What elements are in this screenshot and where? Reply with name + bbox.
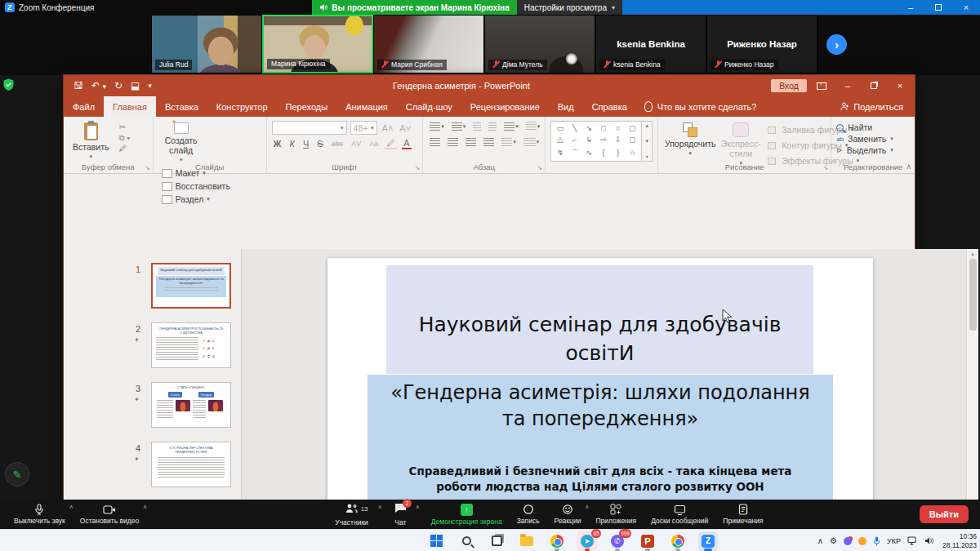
participant-tile-dima[interactable]: Діма Мутель	[484, 15, 595, 73]
participant-tile-ksenia[interactable]: ksenia Benkina ksenia Benkina	[595, 15, 706, 73]
dialog-launcher-icon[interactable]: ↘	[823, 164, 829, 171]
reactions-button[interactable]: Реакции ∧	[547, 500, 589, 529]
viber-tray-icon[interactable]	[844, 537, 852, 545]
apps-button[interactable]: Приложения	[588, 500, 644, 529]
bullets-button[interactable]: ▾	[428, 122, 446, 131]
notes-button[interactable]: Примечания	[715, 500, 770, 529]
ribbon-display-options-button[interactable]	[810, 78, 833, 94]
arrange-button[interactable]: Упорядочить ▾	[663, 121, 717, 168]
powerpoint-taskbar-button[interactable]: P	[638, 531, 657, 551]
tab-home[interactable]: Главная	[104, 96, 156, 117]
network-icon[interactable]	[907, 536, 918, 545]
tab-insert[interactable]: Вставка	[156, 96, 207, 117]
taskbar-search-button[interactable]	[457, 531, 476, 551]
zoom-taskbar-button[interactable]: Z	[698, 531, 718, 551]
section-button[interactable]: Раздел▾	[162, 194, 230, 204]
text-direction-button[interactable]: ▾	[524, 121, 542, 132]
taskbar-clock[interactable]: 10:36 28.11.2023	[941, 532, 977, 549]
file-explorer-button[interactable]	[517, 531, 537, 551]
tab-help[interactable]: Справка	[583, 96, 636, 117]
slide-thumbnail-3[interactable]: СТАТЬ «ГЕНДЕР» Стать Гендер	[151, 382, 231, 428]
ppt-restore-button[interactable]	[862, 78, 885, 94]
microphone-in-use-icon[interactable]	[873, 536, 880, 546]
participant-tile-julia[interactable]: Julia Rud	[151, 15, 262, 73]
speaker-tray-icon[interactable]	[924, 536, 934, 545]
shapes-gallery[interactable]: ▭╲↘□○▢ △⌐↳⇨⇩◻ ↯⌒∿{}☆	[550, 121, 642, 162]
columns-button[interactable]: ▾	[500, 137, 518, 147]
dialog-launcher-icon[interactable]: ↘	[145, 164, 150, 171]
leave-meeting-button[interactable]: Выйти	[920, 505, 969, 523]
antivirus-tray-icon[interactable]	[858, 537, 866, 545]
format-painter-icon[interactable]: 🖉	[118, 144, 130, 153]
align-right-button[interactable]	[464, 137, 478, 147]
participant-tile-ryzhenko[interactable]: Риженко Назар Риженко Назар	[706, 15, 817, 73]
annotate-pencil-button[interactable]: ✎	[5, 462, 29, 487]
new-slide-button[interactable]: Создать слайд ▾	[158, 121, 204, 165]
grow-font-button[interactable]: А˄	[381, 123, 395, 133]
smartart-convert-button[interactable]: ▾	[522, 137, 541, 147]
slide-thumbnail-4[interactable]: ІСТОРИЧНА ПЕРСПЕКТИВА ГЕНДЕРНИХ РОЛЕЙ	[151, 442, 231, 487]
record-button[interactable]: Запись	[510, 500, 547, 529]
highlight-button[interactable]: 🖉	[385, 138, 397, 149]
language-indicator[interactable]: УКР	[887, 537, 901, 545]
align-left-button[interactable]	[428, 137, 442, 147]
underline-button[interactable]: Ч	[301, 139, 310, 149]
view-settings-button[interactable]: Настройки просмотра ▾	[517, 0, 622, 15]
dialog-launcher-icon[interactable]: ↘	[415, 164, 421, 171]
tell-me-box[interactable]: Что вы хотите сделать?	[636, 96, 765, 117]
settings-gear-icon[interactable]: ⚙	[830, 536, 837, 545]
stop-video-button[interactable]: Остановить видео ∧	[73, 500, 146, 529]
chevron-up-icon[interactable]: ∧	[416, 504, 420, 510]
participant-tile-marina[interactable]: Марина Кірюхіна	[262, 15, 373, 73]
quick-styles-button[interactable]: Экспресс-стили ▾	[717, 121, 764, 168]
hidden-icons-chevron[interactable]: ∧	[817, 536, 823, 545]
replace-button[interactable]: abЗаменить▾	[836, 134, 910, 144]
character-spacing-button[interactable]: АV	[350, 140, 363, 148]
telegram-button[interactable]: ➤ 65	[577, 531, 597, 551]
chat-button[interactable]: 2 Чат ∧	[387, 500, 414, 529]
change-case-button[interactable]: Аа	[368, 140, 380, 148]
tab-design[interactable]: Конструктор	[207, 96, 277, 117]
font-size-combo[interactable]: 48+▾	[350, 121, 377, 135]
next-participants-button[interactable]: ›	[826, 34, 847, 55]
select-button[interactable]: ⊳Выделить▾	[836, 145, 910, 155]
whiteboards-button[interactable]: Доски сообщений	[644, 500, 715, 529]
shapes-scroll-buttons[interactable]: ▲▼▾	[642, 121, 653, 162]
tab-view[interactable]: Вид	[549, 96, 583, 117]
font-color-button[interactable]: А	[402, 138, 411, 149]
tab-transitions[interactable]: Переходы	[277, 96, 337, 117]
align-center-button[interactable]	[446, 137, 460, 147]
chevron-up-icon[interactable]: ∧	[143, 504, 147, 510]
share-button[interactable]: Поделиться	[829, 96, 915, 117]
customize-qat-icon[interactable]: ▾	[148, 82, 152, 90]
ppt-close-button[interactable]: ×	[889, 78, 911, 94]
shrink-font-button[interactable]: А˅	[398, 123, 412, 133]
save-icon[interactable]: 🖫	[74, 80, 83, 91]
slide-thumbnail-1[interactable]: Науковий семінар для здобувачів освітИ «…	[151, 263, 231, 309]
cut-icon[interactable]: ✂	[118, 123, 130, 131]
copy-icon[interactable]: ⧉ ▾	[118, 134, 130, 142]
chevron-up-icon[interactable]: ∧	[378, 504, 382, 510]
scrollbar-thumb[interactable]	[969, 259, 977, 331]
close-button[interactable]: ×	[952, 0, 980, 15]
chrome-button[interactable]	[547, 531, 567, 551]
increase-indent-button[interactable]	[487, 122, 498, 131]
participants-button[interactable]: 13 Участники ∧	[327, 500, 376, 529]
tab-slideshow[interactable]: Слайд-шоу	[397, 96, 461, 117]
paste-button[interactable]: Вставить ▾	[69, 121, 114, 162]
slide-title-box[interactable]: Науковий семінар для здобувачів освітИ	[386, 265, 813, 374]
viber-button[interactable]: ✆ 999	[608, 531, 627, 551]
font-name-combo[interactable]: ▾	[272, 121, 347, 135]
shadow-button[interactable]: abc	[330, 140, 345, 148]
slide-thumbnail-2[interactable]: ГЕНДЕРНА АСИМЕТРІЯ ПОЧИНАЄТЬСЯ З ДИТИНСТ…	[151, 322, 231, 368]
decrease-indent-button[interactable]	[471, 122, 483, 131]
dialog-launcher-icon[interactable]: ↘	[537, 164, 543, 171]
start-slideshow-icon[interactable]: ⬓	[131, 80, 140, 91]
bold-button[interactable]: Ж	[272, 139, 283, 149]
find-button[interactable]: Найти	[836, 122, 910, 132]
share-screen-button[interactable]: ↑ Демонстрация экрана	[424, 500, 510, 529]
ppt-minimize-button[interactable]: –	[836, 78, 859, 94]
reset-button[interactable]: Восстановить	[162, 181, 230, 191]
tab-file[interactable]: Файл	[64, 96, 104, 117]
italic-button[interactable]: К	[288, 139, 296, 149]
